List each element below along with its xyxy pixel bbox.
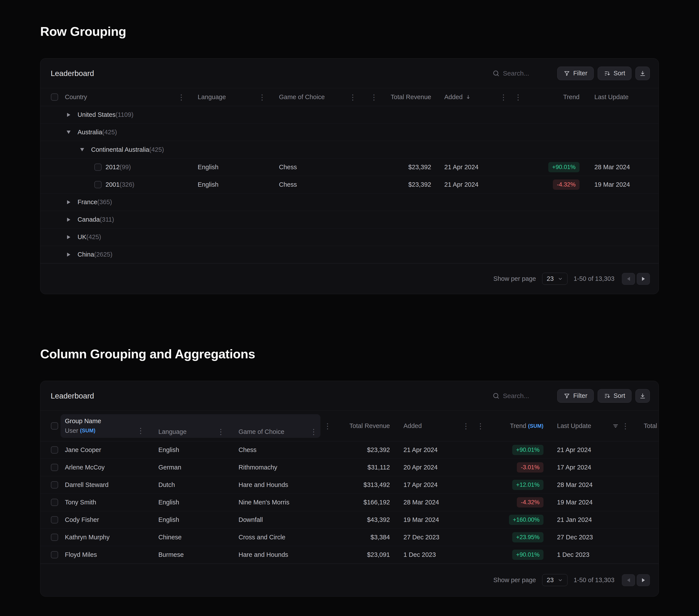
column-header-trend[interactable]: Trend	[527, 88, 580, 106]
kebab-menu-icon[interactable]: ⋮	[622, 422, 629, 430]
cell-language: English	[194, 176, 275, 193]
column-header-country[interactable]: Country ⋮	[65, 88, 194, 106]
table-toolbar: Leaderboard Filter Sort	[40, 58, 659, 88]
filter-button[interactable]: Filter	[557, 67, 593, 80]
search-input[interactable]	[503, 392, 550, 400]
column-header-revenue[interactable]: Total Revenue	[335, 411, 393, 441]
row-checkbox[interactable]	[94, 181, 102, 188]
table-row[interactable]: China(2625)	[40, 246, 659, 263]
expand-caret-icon[interactable]	[66, 112, 71, 117]
trend-badge: +12.01%	[512, 480, 543, 490]
column-header-language[interactable]: Language ⋮	[147, 411, 228, 441]
column-label: Added	[444, 93, 463, 101]
page: Row Grouping Leaderboard Filter Sort	[0, 0, 699, 597]
column-header-revenue[interactable]: Total Revenue	[383, 88, 437, 106]
kebab-menu-icon[interactable]: ⋮	[477, 422, 484, 430]
next-page-button[interactable]	[637, 273, 650, 285]
kebab-menu-icon[interactable]: ⋮	[217, 428, 225, 436]
column-header-trend[interactable]: Trend (SUM)	[488, 411, 546, 441]
row-checkbox[interactable]	[51, 499, 58, 506]
kebab-menu-icon[interactable]: ⋮	[462, 422, 470, 430]
column-header-added[interactable]: Added ⋮	[393, 411, 473, 441]
table-row[interactable]: France(365)	[40, 193, 659, 211]
column-label: Trend	[510, 422, 526, 429]
sort-button[interactable]: Sort	[598, 67, 632, 80]
cell-user: Tony Smith	[61, 494, 147, 511]
cell-language: English	[147, 494, 228, 511]
select-all-checkbox[interactable]	[51, 422, 58, 429]
prev-page-button[interactable]	[622, 273, 635, 285]
kebab-menu-icon[interactable]: ⋮	[137, 427, 144, 434]
table-row[interactable]: Australia(425)	[40, 124, 659, 141]
cell-revenue: $43,392	[335, 511, 393, 528]
table-row[interactable]: 2001(326) English Chess $23,392 21 Apr 2…	[40, 176, 659, 193]
cell-language: English	[147, 441, 228, 458]
next-page-button[interactable]	[637, 574, 650, 586]
table-row[interactable]: Cody Fisher English Downfall $43,392 19 …	[40, 511, 659, 528]
expand-caret-icon[interactable]	[66, 235, 71, 240]
table-row[interactable]: UK(425)	[40, 228, 659, 246]
table-row[interactable]: Canada(311)	[40, 211, 659, 228]
column-label: Language	[147, 428, 186, 436]
column-label: Trend	[563, 93, 580, 101]
cell-user: Darrell Steward	[61, 476, 147, 494]
column-header-total[interactable]: Total	[633, 411, 659, 441]
table-row[interactable]: Floyd Miles Burmese Hare and Hounds $23,…	[40, 546, 659, 564]
kebab-menu-icon[interactable]: ⋮	[370, 93, 378, 101]
row-checkbox[interactable]	[51, 534, 58, 541]
collapse-caret-icon[interactable]	[80, 147, 84, 152]
filter-button[interactable]: Filter	[557, 389, 593, 403]
sort-button[interactable]: Sort	[598, 389, 632, 403]
next-arrow-icon	[642, 578, 645, 582]
row-checkbox[interactable]	[94, 163, 102, 171]
column-header-game[interactable]: Game of Choice ⋮	[275, 88, 365, 106]
group-count: (425)	[86, 233, 101, 240]
cell-language: Burmese	[147, 546, 228, 563]
table-row[interactable]: Arlene McCoy German Rithmomachy $31,112 …	[40, 459, 659, 476]
kebab-menu-icon[interactable]: ⋮	[514, 93, 522, 101]
search-box[interactable]	[492, 70, 550, 77]
download-button[interactable]	[635, 67, 650, 80]
search-box[interactable]	[492, 392, 550, 400]
kebab-menu-icon[interactable]: ⋮	[349, 93, 356, 101]
column-header-game[interactable]: Game of Choice ⋮	[228, 411, 320, 441]
kebab-menu-icon[interactable]: ⋮	[310, 428, 317, 436]
row-checkbox[interactable]	[51, 516, 58, 523]
kebab-menu-icon[interactable]: ⋮	[259, 93, 266, 101]
table-row[interactable]: Jane Cooper English Chess $23,392 21 Apr…	[40, 441, 659, 459]
row-checkbox[interactable]	[51, 464, 58, 471]
chevron-down-icon	[558, 276, 563, 281]
table-row[interactable]: Continental Australia(425)	[40, 141, 659, 159]
column-header-user[interactable]: Group Name User (SUM) ⋮	[61, 411, 147, 441]
collapse-caret-icon[interactable]	[66, 130, 71, 135]
sort-button-label: Sort	[614, 70, 625, 77]
table-row[interactable]: Tony Smith English Nine Men's Morris $16…	[40, 494, 659, 511]
row-checkbox[interactable]	[51, 481, 58, 488]
section-title-column-grouping: Column Grouping and Aggregations	[40, 347, 659, 361]
kebab-menu-icon[interactable]: ⋮	[324, 422, 331, 430]
prev-page-button[interactable]	[622, 574, 635, 586]
cell-last-update: 19 Mar 2024	[580, 176, 659, 193]
search-input[interactable]	[503, 70, 550, 77]
column-header-last-update[interactable]: Last Update ⋮	[546, 411, 633, 441]
cell-game: Cross and Circle	[228, 528, 320, 546]
expand-caret-icon[interactable]	[66, 217, 71, 222]
expand-caret-icon[interactable]	[66, 252, 71, 257]
table-row[interactable]: United States(1109)	[40, 106, 659, 124]
kebab-menu-icon[interactable]: ⋮	[500, 93, 507, 101]
table-row[interactable]: Kathryn Murphy Chinese Cross and Circle …	[40, 528, 659, 546]
table-row[interactable]: Darrell Steward Dutch Hare and Hounds $3…	[40, 476, 659, 494]
column-header-language[interactable]: Language ⋮	[194, 88, 275, 106]
kebab-menu-icon[interactable]: ⋮	[177, 93, 185, 101]
row-checkbox[interactable]	[51, 551, 58, 558]
column-header-last-update[interactable]: Last Update	[580, 88, 659, 106]
page-size-select[interactable]: 23	[542, 574, 567, 586]
select-all-checkbox[interactable]	[51, 93, 58, 101]
row-checkbox[interactable]	[51, 446, 58, 454]
table-row[interactable]: 2012(99) English Chess $23,392 21 Apr 20…	[40, 159, 659, 176]
expand-caret-icon[interactable]	[66, 200, 71, 205]
page-size-select[interactable]: 23	[542, 273, 567, 285]
column-header-added[interactable]: Added ⋮	[437, 88, 510, 106]
filter-lines-icon[interactable]	[612, 423, 619, 429]
download-button[interactable]	[635, 389, 650, 403]
